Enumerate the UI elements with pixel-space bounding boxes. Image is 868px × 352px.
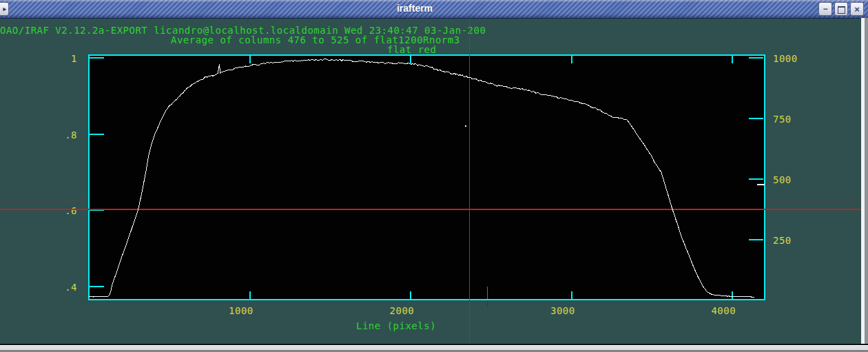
y-right-label: 750 — [773, 114, 803, 125]
maximize-icon — [838, 6, 845, 14]
edge-dash — [757, 184, 765, 185]
crosshair-vertical-line[interactable] — [469, 19, 471, 344]
y-left-tick — [90, 57, 104, 59]
irafterm-window: ▸ irafterm − × OAO/IRAF V2.12.2a-EXPORT … — [0, 0, 868, 352]
stray-pixel — [465, 125, 466, 127]
y-right-tick — [749, 57, 763, 59]
y-left-tick — [90, 134, 104, 135]
plot-area[interactable] — [88, 54, 765, 300]
dim-cursor-tick-below-axis — [487, 301, 488, 307]
x-tick-label: 4000 — [711, 305, 736, 316]
window-menu-icon: ▸ — [3, 6, 6, 12]
window-title: irafterm — [397, 3, 433, 14]
x-axis-tick-top — [249, 56, 251, 63]
plot-subtitle-text: flat red — [387, 44, 436, 55]
x-axis-title: Line (pixels) — [356, 320, 436, 331]
minimize-icon: − — [823, 4, 827, 14]
x-tick-label: 3000 — [550, 305, 575, 316]
x-axis-tick-bottom — [249, 291, 251, 299]
graphics-terminal-canvas[interactable]: OAO/IRAF V2.12.2a-EXPORT licandro@localh… — [0, 19, 861, 344]
x-axis-tick-bottom — [571, 291, 572, 299]
maximize-button[interactable] — [834, 2, 848, 16]
x-axis-tick-top — [410, 56, 411, 63]
y-right-label: 500 — [773, 174, 803, 185]
crosshair-horizontal-line[interactable] — [0, 209, 861, 210]
y-right-tick — [749, 178, 763, 180]
y-right-label: 1000 — [773, 53, 803, 64]
y-right-tick — [749, 118, 763, 119]
x-axis-tick-top — [571, 56, 572, 63]
y-left-tick — [90, 286, 104, 287]
window-border-bottom[interactable] — [0, 344, 868, 352]
x-tick-label: 1000 — [229, 305, 254, 316]
y-right-tick — [749, 239, 763, 240]
dim-cursor-tick — [487, 287, 488, 299]
close-icon: × — [854, 4, 860, 14]
close-button[interactable]: × — [850, 2, 864, 16]
y-left-label: .6 — [58, 205, 77, 216]
x-axis-tick-bottom — [732, 291, 733, 299]
title-bar[interactable]: ▸ irafterm − × — [0, 0, 868, 19]
y-right-label: 250 — [773, 235, 803, 246]
y-left-label: 1 — [58, 53, 77, 64]
y-left-label: .4 — [58, 282, 77, 293]
x-axis-tick-top — [732, 56, 733, 63]
x-tick-label: 2000 — [389, 305, 414, 316]
y-left-label: .8 — [58, 130, 77, 141]
window-border-right[interactable] — [861, 18, 868, 352]
minimize-button[interactable]: − — [818, 2, 832, 16]
window-menu-button[interactable]: ▸ — [0, 2, 9, 16]
x-axis-tick-bottom — [410, 291, 411, 299]
